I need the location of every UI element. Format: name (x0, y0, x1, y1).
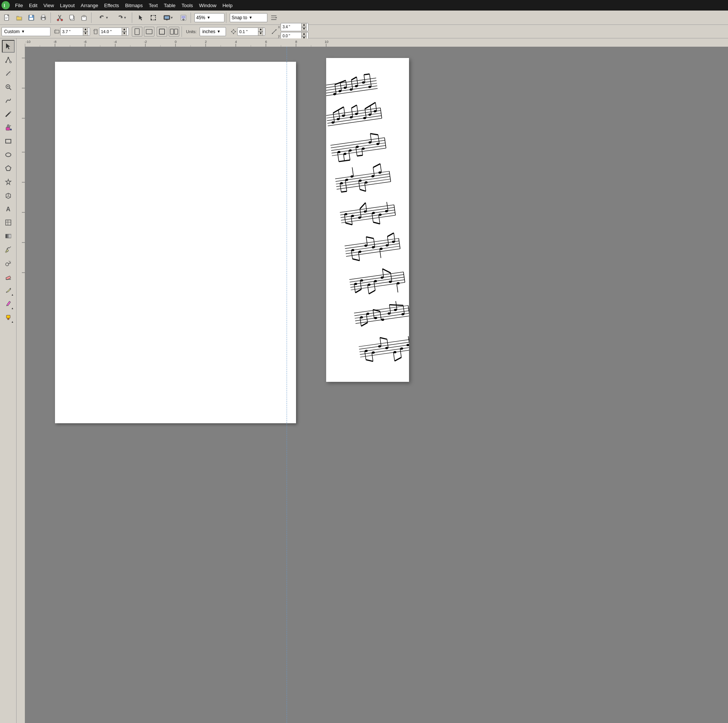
menu-layout[interactable]: Layout (57, 2, 78, 9)
tweak-tool[interactable] (2, 67, 15, 80)
menu-help[interactable]: Help (220, 2, 236, 9)
page-border-btn2[interactable] (169, 27, 179, 37)
portrait-btn[interactable] (132, 27, 142, 37)
svg-rect-21 (83, 15, 85, 17)
svg-point-90 (10, 262, 11, 263)
selector-tool[interactable] (2, 40, 15, 53)
svg-marker-49 (232, 30, 235, 34)
coords-icon (271, 29, 277, 35)
menu-window[interactable]: Window (196, 2, 219, 9)
ellipse-tool[interactable] (2, 148, 15, 161)
menu-bitmaps[interactable]: Bitmaps (122, 2, 146, 9)
menu-view[interactable]: View (40, 2, 57, 9)
new-button[interactable] (2, 12, 13, 23)
units-dropdown[interactable]: inches ▼ (200, 27, 226, 36)
svg-line-346 (364, 351, 366, 360)
nudge-spin-down[interactable]: ▼ (258, 32, 263, 36)
select-tool-btn[interactable] (136, 12, 147, 23)
svg-line-309 (382, 269, 383, 278)
paste-button[interactable] (78, 12, 90, 23)
height-field-group: ▲ ▼ (93, 28, 129, 36)
save-button[interactable] (26, 12, 37, 23)
freehand-tool[interactable] (2, 94, 15, 107)
paint-tool[interactable]: ▲ (2, 311, 15, 324)
zoom-tool[interactable] (2, 81, 15, 93)
nudge-group: ▲ ▼ (231, 28, 265, 36)
open-button[interactable] (14, 12, 25, 23)
y-input[interactable] (283, 34, 301, 38)
dropper-tool[interactable] (2, 243, 15, 256)
svg-point-328 (381, 318, 384, 321)
fill-bucket-tool[interactable] (2, 121, 15, 134)
svg-rect-101 (7, 316, 10, 318)
node-tool[interactable] (2, 53, 15, 66)
spray-tool[interactable] (2, 257, 15, 270)
menu-file[interactable]: File (12, 2, 26, 9)
svg-text:-10: -10 (26, 40, 31, 44)
svg-line-327 (373, 310, 374, 318)
import-btn[interactable] (178, 12, 189, 23)
menu-text[interactable]: Text (146, 2, 161, 9)
text-tool[interactable]: A (2, 203, 15, 216)
nudge-input[interactable] (239, 29, 258, 34)
x-spin-down[interactable]: ▼ (301, 27, 307, 31)
calligraphy-tool[interactable] (2, 108, 15, 121)
table-tool[interactable] (2, 216, 15, 229)
menu-table[interactable]: Table (161, 2, 179, 9)
zoom-dropdown[interactable]: 45% ▼ (194, 13, 225, 22)
svg-line-302 (355, 289, 362, 293)
x-input[interactable] (283, 25, 301, 29)
page-border-btn1[interactable] (157, 27, 167, 37)
snap-settings-btn[interactable] (268, 12, 280, 23)
menu-edit[interactable]: Edit (26, 2, 40, 9)
cut-button[interactable] (54, 12, 66, 23)
pencil-tool[interactable]: ▲ (2, 298, 15, 310)
print-button[interactable] (38, 12, 49, 23)
gradient-tool[interactable] (2, 230, 15, 243)
page-size-dropdown[interactable]: Custom ▼ (2, 27, 50, 36)
polygon-tool[interactable] (2, 162, 15, 175)
screen-btn[interactable]: ▼ (160, 12, 177, 23)
copy-button[interactable] (66, 12, 78, 23)
svg-rect-42 (135, 29, 139, 35)
x-spin-up[interactable]: ▲ (301, 23, 307, 27)
svg-line-187 (333, 107, 344, 113)
height-input[interactable] (101, 29, 122, 34)
svg-line-237 (359, 181, 360, 190)
nudge-icon (231, 29, 237, 35)
star-tool[interactable] (2, 176, 15, 188)
y-spin-up[interactable]: ▲ (301, 32, 307, 36)
height-spin-down[interactable]: ▼ (122, 32, 127, 36)
snap-dropdown[interactable]: Snap to ▼ (230, 13, 268, 22)
svg-line-336 (403, 306, 404, 314)
nudge-spin-up[interactable]: ▲ (258, 28, 263, 32)
menu-tools[interactable]: Tools (179, 2, 196, 9)
width-spin-up[interactable]: ▲ (83, 28, 88, 32)
landscape-btn[interactable] (144, 27, 154, 37)
svg-line-307 (368, 290, 375, 294)
menu-effects[interactable]: Effects (101, 2, 122, 9)
svg-line-306 (374, 281, 375, 290)
canvas-scroll[interactable] (25, 47, 728, 723)
svg-line-163 (346, 80, 347, 87)
canvas-area: -10 -8 -6 -4 -2 0 2 4 6 (17, 38, 728, 723)
eraser-tool[interactable] (2, 271, 15, 283)
3d-box-tool[interactable] (2, 189, 15, 202)
svg-text:A: A (6, 206, 11, 212)
svg-rect-65 (6, 127, 10, 130)
redo-button[interactable]: ▼ (113, 12, 130, 23)
svg-line-240 (360, 189, 366, 192)
svg-line-329 (380, 312, 381, 320)
svg-rect-13 (44, 17, 45, 18)
height-spin-up[interactable]: ▲ (122, 28, 127, 32)
svg-line-198 (375, 102, 376, 111)
undo-button[interactable]: ▼ (95, 12, 112, 23)
menu-arrange[interactable]: Arrange (78, 2, 101, 9)
pen-tool[interactable]: ▲ (2, 284, 15, 297)
width-spin-down[interactable]: ▼ (83, 32, 88, 36)
svg-line-219 (370, 134, 371, 142)
rectangle-tool[interactable] (2, 135, 15, 148)
transform-btn[interactable] (148, 12, 159, 23)
ruler-left: 12 10 8 6 4 2 0 (17, 47, 25, 723)
width-input[interactable] (62, 29, 83, 34)
